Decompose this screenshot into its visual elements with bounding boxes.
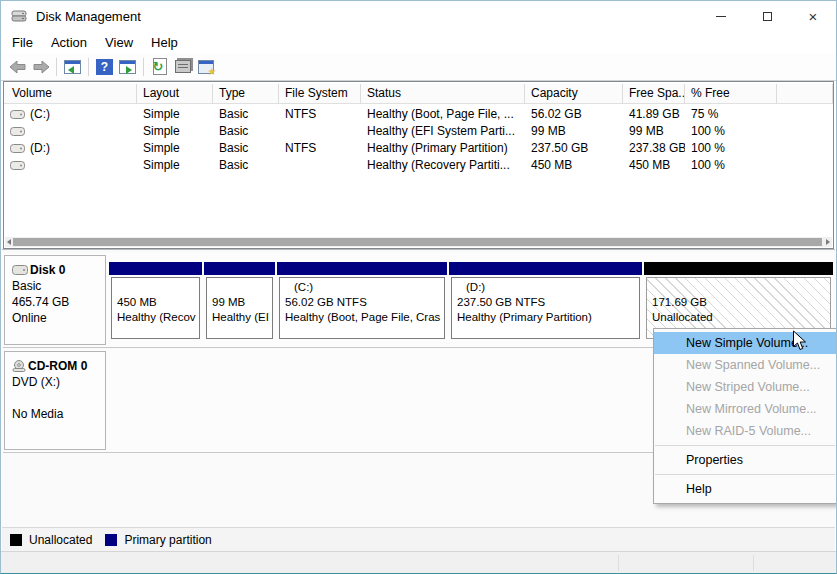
action-pane-icon (119, 60, 136, 74)
partition-label (117, 280, 199, 295)
menu-file[interactable]: File (3, 33, 42, 52)
partition-status: Healthy (Recov (117, 310, 199, 325)
table-row-d-drive[interactable]: (D:) Simple Basic NTFS Healthy (Primary … (4, 140, 833, 157)
show-action-pane-button[interactable] (116, 56, 139, 78)
table-row-c-drive[interactable]: (C:) Simple Basic NTFS Healthy (Boot, Pa… (4, 106, 833, 123)
back-button[interactable] (6, 56, 29, 78)
volume-free-space: 99 MB (623, 123, 685, 140)
help-icon: ? (96, 59, 113, 75)
rescan-disks-button[interactable]: ★ (194, 56, 217, 78)
disk-management-app-icon (11, 9, 27, 23)
legend-unallocated-swatch (10, 534, 22, 546)
volume-layout: Simple (137, 140, 213, 157)
column-header-capacity[interactable]: Capacity (525, 84, 623, 104)
toolbar-separator (56, 58, 57, 76)
disk0-panel[interactable]: Disk 0 Basic 465.74 GB Online (4, 255, 106, 345)
volume-file-system: NTFS (279, 140, 361, 157)
refresh-icon: ↻ (153, 58, 167, 75)
volume-pct-free: 75 % (685, 106, 777, 123)
legend-unallocated-label: Unallocated (29, 533, 92, 547)
show-console-tree-button[interactable] (61, 56, 84, 78)
partition-label: (D:) (457, 280, 639, 295)
disk0-status: Online (12, 310, 105, 326)
disk-icon (12, 265, 28, 275)
volume-drive-icon (10, 161, 25, 170)
mouse-cursor-icon (792, 330, 807, 354)
window-title: Disk Management (36, 9, 141, 24)
close-button[interactable]: × (790, 1, 836, 31)
table-row-recovery[interactable]: Simple Basic Healthy (Recovery Partiti..… (4, 157, 833, 174)
volume-free-space: 237.38 GB (623, 140, 685, 157)
volume-type: Basic (213, 140, 279, 157)
volume-layout: Simple (137, 106, 213, 123)
column-header-free-space[interactable]: Free Spa... (623, 84, 685, 104)
partition-label (652, 280, 830, 295)
menu-item-new-spanned-volume: New Spanned Volume... (654, 354, 836, 376)
menu-separator (655, 445, 835, 446)
partition-c-drive[interactable]: (C:) 56.02 GB NTFS Healthy (Boot, Page F… (277, 262, 447, 342)
column-header-pct-free[interactable]: % Free (685, 84, 777, 104)
refresh-button[interactable]: ↻ (148, 56, 171, 78)
help-button[interactable]: ? (93, 56, 116, 78)
properties-button[interactable] (171, 56, 194, 78)
minimize-button[interactable] (698, 1, 744, 31)
volume-pct-free: 100 % (685, 140, 777, 157)
partition-status: Healthy (Boot, Page File, Cras (285, 310, 444, 325)
scrollbar-thumb[interactable] (13, 238, 822, 246)
column-header-status[interactable]: Status (361, 84, 525, 104)
scroll-right-icon[interactable] (826, 239, 830, 245)
menu-action[interactable]: Action (42, 33, 96, 52)
toolbar-separator (88, 58, 89, 76)
volume-capacity: 56.02 GB (525, 106, 623, 123)
menu-item-new-mirrored-volume: New Mirrored Volume... (654, 398, 836, 420)
cdrom-status: No Media (12, 406, 105, 422)
toolbar-separator (143, 58, 144, 76)
legend-primary-label: Primary partition (124, 533, 211, 547)
volume-status: Healthy (Recovery Partiti... (361, 157, 525, 174)
menu-bar: File Action View Help (1, 31, 836, 53)
volume-type: Basic (213, 157, 279, 174)
volume-name: (C:) (30, 106, 50, 123)
menu-view[interactable]: View (96, 33, 142, 52)
menu-separator (655, 474, 835, 475)
partition-color-bar (204, 262, 275, 275)
partition-size: 450 MB (117, 295, 199, 310)
menu-item-help[interactable]: Help (654, 478, 836, 500)
menu-help[interactable]: Help (142, 33, 187, 52)
column-header-layout[interactable]: Layout (137, 84, 213, 104)
partition-d-drive[interactable]: (D:) 237.50 GB NTFS Healthy (Primary Par… (449, 262, 642, 342)
volume-capacity: 237.50 GB (525, 140, 623, 157)
partition-color-bar (449, 262, 642, 275)
table-row-efi[interactable]: Simple Basic Healthy (EFI System Parti..… (4, 123, 833, 140)
partition-size: 56.02 GB NTFS (285, 295, 444, 310)
forward-button[interactable] (29, 56, 52, 78)
volume-free-space: 41.89 GB (623, 106, 685, 123)
window-controls: × (698, 1, 836, 31)
volume-file-system (279, 123, 361, 140)
cdrom-panel[interactable]: CD-ROM 0 DVD (X:) No Media (4, 351, 106, 450)
menu-item-new-raid5-volume: New RAID-5 Volume... (654, 420, 836, 442)
partition-size: 171.69 GB (652, 295, 830, 310)
partition-status: Unallocated (652, 310, 830, 325)
volume-list: Volume Layout Type File System Status Ca… (3, 81, 834, 249)
partition-efi[interactable]: 99 MB Healthy (EI (204, 262, 275, 342)
horizontal-scrollbar[interactable] (5, 237, 832, 247)
disk0-capacity: 465.74 GB (12, 294, 105, 310)
partition-status: Healthy (EI (212, 310, 272, 325)
volume-name: (D:) (30, 140, 50, 157)
partition-size: 99 MB (212, 295, 272, 310)
partition-recovery[interactable]: 450 MB Healthy (Recov (109, 262, 202, 342)
legend-primary-swatch (105, 534, 117, 546)
menu-item-new-simple-volume[interactable]: New Simple Volume... (654, 332, 836, 354)
maximize-button[interactable] (744, 1, 790, 31)
column-header-file-system[interactable]: File System (279, 84, 361, 104)
scroll-left-icon[interactable] (7, 239, 11, 245)
volume-list-header: Volume Layout Type File System Status Ca… (4, 84, 833, 104)
statusbar-divider (753, 555, 754, 571)
column-header-filler (777, 84, 833, 104)
volume-layout: Simple (137, 123, 213, 140)
menu-item-properties[interactable]: Properties (654, 449, 836, 471)
column-header-type[interactable]: Type (213, 84, 279, 104)
volume-pct-free: 100 % (685, 157, 777, 174)
column-header-volume[interactable]: Volume (4, 84, 137, 104)
